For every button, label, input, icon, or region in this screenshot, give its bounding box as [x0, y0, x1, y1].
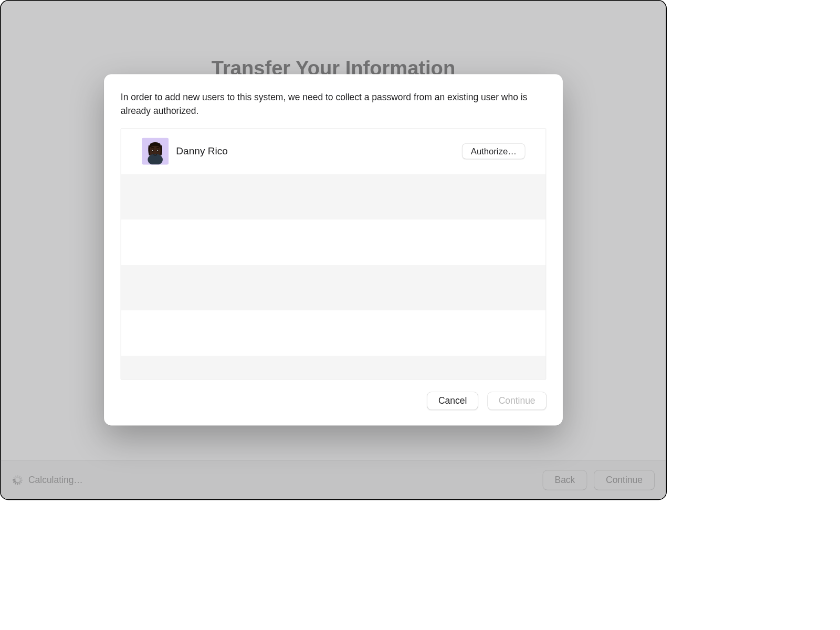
list-item — [121, 174, 546, 220]
user-row: Danny Rico Authorize… — [121, 129, 546, 174]
back-button[interactable]: Back — [543, 470, 586, 490]
svg-point-5 — [152, 150, 153, 151]
user-name: Danny Rico — [176, 145, 227, 157]
authorize-modal: In order to add new users to this system… — [104, 74, 563, 425]
user-list: Danny Rico Authorize… — [121, 128, 546, 380]
continue-button: Continue — [488, 392, 546, 410]
cancel-button[interactable]: Cancel — [427, 392, 478, 410]
authorize-button[interactable]: Authorize… — [463, 144, 525, 159]
footer-bar: Calculating… Back Continue — [1, 460, 666, 499]
list-item — [121, 356, 546, 380]
list-item — [121, 265, 546, 311]
list-item — [121, 310, 546, 356]
status-text: Calculating… — [28, 475, 83, 486]
continue-button-background[interactable]: Continue — [594, 470, 654, 490]
spinner-icon — [13, 475, 23, 485]
status-area: Calculating… — [13, 475, 83, 486]
modal-footer: Cancel Continue — [104, 380, 563, 425]
setup-assistant-window: Transfer Your Information — [1, 1, 666, 499]
list-item — [121, 219, 546, 265]
avatar — [142, 138, 169, 165]
modal-instruction: In order to add new users to this system… — [104, 74, 563, 128]
svg-point-6 — [158, 150, 159, 151]
